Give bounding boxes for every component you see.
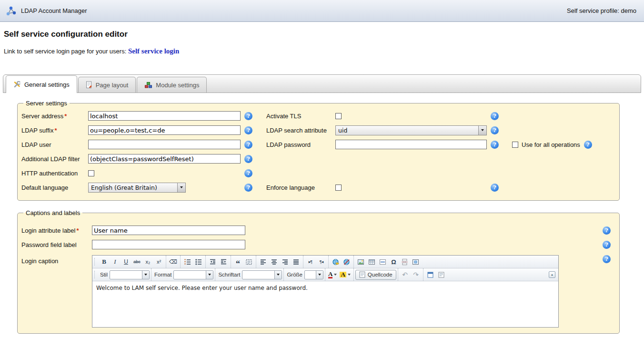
- password-field-input[interactable]: [92, 240, 245, 249]
- activate-tls-checkbox[interactable]: [335, 113, 342, 119]
- form-row: Login attribute label* ?: [21, 226, 614, 235]
- login-caption-label: Login caption: [21, 255, 92, 265]
- strikethrough-button[interactable]: abc: [132, 257, 142, 267]
- numbered-list-button[interactable]: [182, 257, 192, 267]
- tab-module-settings[interactable]: Module settings: [137, 77, 207, 92]
- server-address-input[interactable]: [88, 111, 241, 121]
- align-justify-icon: [292, 258, 300, 266]
- self-service-login-link[interactable]: Self service login: [128, 47, 179, 55]
- link-button[interactable]: [331, 257, 341, 267]
- iframe-icon: [412, 258, 419, 266]
- iframe-button[interactable]: [411, 257, 421, 267]
- help-icon[interactable]: ?: [244, 126, 252, 134]
- login-attribute-input[interactable]: [92, 226, 245, 235]
- ldap-password-input[interactable]: [335, 140, 487, 149]
- bold-button[interactable]: B: [99, 257, 109, 267]
- help-icon[interactable]: ?: [244, 155, 252, 163]
- use-all-operations-checkbox[interactable]: [512, 142, 518, 148]
- maximize-icon: [427, 271, 434, 278]
- align-left-button[interactable]: [258, 257, 268, 267]
- style-select[interactable]: [110, 270, 150, 279]
- help-icon[interactable]: ?: [244, 112, 252, 120]
- editor-toolbar-row-1: B I U abc x₂ x² ⌫: [92, 256, 558, 268]
- chevron-down-icon: [316, 271, 323, 279]
- form-row: Login caption B I U abc x₂ x² ⌫: [21, 255, 614, 328]
- show-blocks-icon: [438, 271, 445, 278]
- align-right-button[interactable]: [280, 257, 290, 267]
- server-settings-section: Server settings Server address* ? Activa…: [17, 100, 620, 201]
- font-select[interactable]: [242, 270, 282, 279]
- outdent-button[interactable]: [208, 257, 218, 267]
- maximize-button[interactable]: [425, 270, 435, 280]
- source-button-label: Quellcode: [368, 272, 392, 277]
- wrench-icon: [13, 81, 21, 88]
- chevron-down-icon: [142, 271, 149, 279]
- activate-tls-label: Activate TLS: [266, 113, 335, 120]
- help-icon[interactable]: ?: [491, 112, 499, 120]
- bidi-rtl-button[interactable]: ¶◂: [316, 257, 326, 267]
- italic-button[interactable]: I: [110, 257, 120, 267]
- source-button[interactable]: Quellcode: [355, 270, 396, 280]
- redo-button[interactable]: ↷: [411, 270, 421, 280]
- help-icon[interactable]: ?: [244, 169, 252, 177]
- chevron-down-icon: [334, 274, 337, 276]
- bulleted-list-button[interactable]: [193, 257, 203, 267]
- format-select-label: Format: [154, 272, 171, 277]
- ldap-search-attribute-select[interactable]: uid: [335, 125, 487, 135]
- help-icon[interactable]: ?: [603, 226, 611, 235]
- format-select[interactable]: [173, 270, 213, 279]
- form-row: LDAP user ? LDAP password ? Use for all …: [21, 137, 614, 152]
- undo-button[interactable]: ↶: [400, 270, 410, 280]
- login-attribute-label: Login attribute label*: [21, 227, 92, 234]
- page-break-icon: [401, 258, 408, 266]
- enforce-language-checkbox[interactable]: [335, 185, 342, 191]
- insert-image-button[interactable]: [356, 257, 366, 267]
- unlink-button[interactable]: [342, 257, 352, 267]
- ldap-user-input[interactable]: [88, 140, 241, 149]
- subscript-button[interactable]: x₂: [143, 257, 153, 267]
- insert-table-button[interactable]: [367, 257, 377, 267]
- help-icon[interactable]: ?: [603, 255, 611, 263]
- help-icon[interactable]: ?: [491, 141, 499, 149]
- help-icon[interactable]: ?: [244, 141, 252, 149]
- align-justify-button[interactable]: [291, 257, 301, 267]
- ldap-password-label: LDAP password: [266, 141, 335, 148]
- align-center-button[interactable]: [269, 257, 279, 267]
- default-language-select[interactable]: English (Great Britain): [88, 183, 186, 193]
- http-auth-label: HTTP authentication: [21, 170, 88, 177]
- text-color-button[interactable]: A: [327, 270, 338, 280]
- size-select-label: Größe: [287, 272, 302, 277]
- tab-page-layout[interactable]: Page layout: [78, 77, 136, 92]
- help-icon[interactable]: ?: [584, 141, 592, 149]
- help-icon[interactable]: ?: [491, 126, 499, 134]
- blockquote-button[interactable]: “: [233, 257, 243, 267]
- horizontal-rule-button[interactable]: [378, 257, 388, 267]
- special-char-button[interactable]: Ω: [389, 257, 399, 267]
- table-icon: [368, 258, 375, 266]
- help-icon[interactable]: ?: [603, 241, 611, 249]
- app-header: LDAP Account Manager Self service profil…: [0, 0, 644, 22]
- tab-general-settings[interactable]: General settings: [6, 75, 77, 93]
- toolbar-collapse-button[interactable]: ▲: [549, 271, 555, 278]
- indent-button[interactable]: [219, 257, 229, 267]
- help-icon[interactable]: ?: [244, 184, 252, 192]
- image-icon: [357, 258, 364, 266]
- remove-format-button[interactable]: ⌫: [168, 257, 178, 267]
- editor-text: Welcome to LAM self service. Please ente…: [96, 285, 308, 291]
- create-div-button[interactable]: [244, 257, 254, 267]
- http-auth-checkbox[interactable]: [88, 170, 94, 176]
- captions-labels-legend: Captions and labels: [23, 209, 82, 216]
- show-blocks-button[interactable]: [436, 270, 446, 280]
- chevron-down-icon: [206, 271, 213, 279]
- ldap-filter-input[interactable]: [88, 154, 241, 164]
- help-icon[interactable]: ?: [491, 184, 499, 192]
- superscript-button[interactable]: x²: [154, 257, 164, 267]
- underline-button[interactable]: U: [121, 257, 131, 267]
- editor-content-area[interactable]: Welcome to LAM self service. Please ente…: [92, 281, 558, 327]
- page-break-button[interactable]: [400, 257, 410, 267]
- ldap-suffix-input[interactable]: [88, 125, 241, 135]
- background-color-button[interactable]: A: [339, 270, 351, 280]
- form-row: LDAP suffix* ? LDAP search attribute uid…: [21, 123, 614, 137]
- size-select[interactable]: [304, 270, 323, 279]
- bidi-ltr-button[interactable]: ▸¶: [305, 257, 315, 267]
